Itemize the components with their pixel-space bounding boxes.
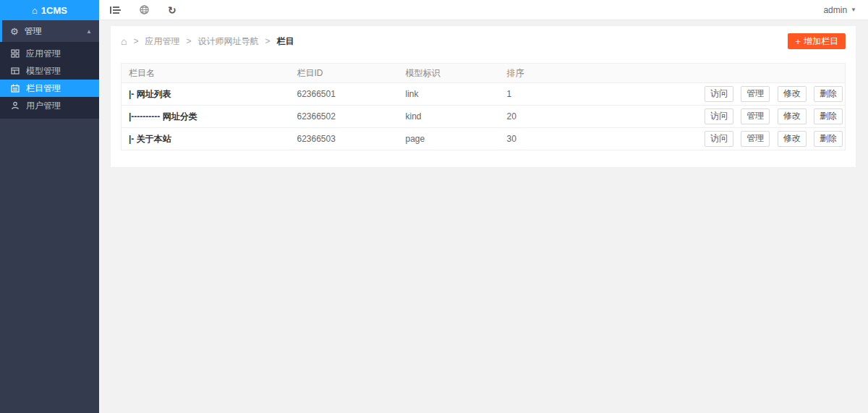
globe-icon: [140, 5, 149, 14]
cell-model-key: link: [399, 83, 500, 106]
model-template-icon: [11, 67, 20, 75]
sidebar-item-manage[interactable]: ⚙ 管理 ▲: [0, 20, 99, 42]
topbar: ↻ admin ▼: [99, 0, 868, 20]
cell-actions: 访问 管理 修改 删除: [594, 106, 846, 128]
breadcrumb-item-app-manage[interactable]: 应用管理: [145, 35, 179, 48]
cell-column-name: |- 网址列表: [122, 83, 290, 106]
content-card: ⌂ > 应用管理 > 设计师网址导航 > 栏目 + 增加栏目: [110, 25, 856, 168]
add-column-button[interactable]: + 增加栏目: [788, 33, 846, 49]
username-label: admin: [823, 5, 847, 15]
cell-actions: 访问 管理 修改 删除: [594, 128, 846, 150]
edit-button[interactable]: 修改: [778, 86, 807, 101]
sidebar-item-model-manage[interactable]: 模型管理: [0, 62, 99, 80]
site-home-button[interactable]: [140, 5, 149, 14]
sidebar-nav: ⚙ 管理 ▲ 应用管理 模型管理: [0, 20, 99, 119]
plus-icon: +: [795, 37, 801, 46]
cell-actions: 访问 管理 修改 删除: [594, 83, 846, 106]
breadcrumb: ⌂ > 应用管理 > 设计师网址导航 > 栏目: [121, 35, 294, 48]
header-actions: [594, 64, 846, 83]
breadcrumb-home-icon[interactable]: ⌂: [121, 35, 127, 47]
sidebar-item-label: 模型管理: [26, 65, 61, 77]
manage-button[interactable]: 管理: [741, 131, 770, 146]
sidebar-item-column-manage[interactable]: 栏目管理: [0, 80, 99, 97]
visit-button[interactable]: 访问: [705, 131, 733, 146]
user-dropdown[interactable]: admin ▼: [823, 5, 856, 15]
sidebar-item-label: 用户管理: [26, 100, 61, 112]
sidebar-item-label: 应用管理: [26, 48, 61, 60]
chevron-up-icon: ▲: [86, 28, 92, 35]
cell-sort: 20: [500, 106, 594, 128]
sidebar-parent-label: 管理: [25, 25, 42, 38]
cell-column-id: 62366502: [290, 106, 399, 128]
edit-button[interactable]: 修改: [778, 108, 807, 124]
sidebar: ⌂ 1CMS ⚙ 管理 ▲ 应用管理 模型管: [0, 0, 99, 413]
header-sort: 排序: [500, 64, 594, 83]
user-icon: [11, 101, 20, 110]
cell-sort: 1: [500, 83, 594, 106]
calendar-icon: [11, 84, 20, 93]
chevron-down-icon: ▼: [851, 7, 856, 13]
table-row: |- 关于本站 62366503 page 30 访问 管理 修改 删除: [122, 128, 846, 150]
table-row: |---------- 网址分类 62366502 kind 20 访问 管理 …: [122, 106, 846, 128]
sidebar-item-app-manage[interactable]: 应用管理: [0, 45, 99, 62]
manage-button[interactable]: 管理: [741, 108, 770, 124]
header-column-name: 栏目名: [122, 64, 290, 83]
edit-button[interactable]: 修改: [778, 131, 807, 146]
cell-model-key: page: [399, 128, 500, 150]
breadcrumb-item-current: 栏目: [277, 35, 294, 48]
header-column-id: 栏目ID: [290, 64, 399, 83]
add-column-label: 增加栏目: [804, 35, 838, 48]
breadcrumb-separator: >: [186, 36, 191, 46]
visit-button[interactable]: 访问: [705, 86, 733, 101]
home-icon: ⌂: [32, 5, 38, 16]
cell-column-id: 62366503: [290, 128, 399, 150]
breadcrumb-separator: >: [133, 36, 138, 46]
sidebar-submenu: 应用管理 模型管理 栏目管理: [0, 42, 99, 119]
table-row: |- 网址列表 62366501 link 1 访问 管理 修改 删除: [122, 83, 846, 106]
app-title: 1CMS: [41, 5, 67, 16]
cell-sort: 30: [500, 128, 594, 150]
card-toolbar: ⌂ > 应用管理 > 设计师网址导航 > 栏目 + 增加栏目: [121, 33, 846, 50]
header-model-key: 模型标识: [399, 64, 500, 83]
refresh-icon: ↻: [168, 5, 176, 15]
cell-column-name: |- 关于本站: [122, 128, 290, 150]
cell-model-key: kind: [399, 106, 500, 128]
menu-fold-icon: [110, 7, 121, 14]
cell-column-id: 62366501: [290, 83, 399, 106]
breadcrumb-separator: >: [265, 36, 271, 46]
app-window: ⌂ 1CMS ⚙ 管理 ▲ 应用管理 模型管: [0, 0, 868, 413]
sidebar-item-user-manage[interactable]: 用户管理: [0, 97, 99, 114]
app-grid-icon: [11, 49, 20, 58]
delete-button[interactable]: 删除: [814, 131, 843, 146]
breadcrumb-item-site-nav[interactable]: 设计师网址导航: [198, 35, 259, 48]
table-header-row: 栏目名 栏目ID 模型标识 排序: [122, 64, 846, 83]
app-logo[interactable]: ⌂ 1CMS: [0, 0, 99, 20]
refresh-button[interactable]: ↻: [168, 5, 176, 15]
content-area: ⌂ > 应用管理 > 设计师网址导航 > 栏目 + 增加栏目: [99, 20, 868, 168]
gear-icon: ⚙: [10, 26, 19, 37]
delete-button[interactable]: 删除: [814, 108, 843, 124]
sidebar-fold-button[interactable]: [110, 7, 121, 14]
cell-column-name: |---------- 网址分类: [122, 106, 290, 128]
columns-table: 栏目名 栏目ID 模型标识 排序 |- 网址列表 62366501 link: [121, 63, 846, 150]
visit-button[interactable]: 访问: [705, 108, 733, 124]
sidebar-item-label: 栏目管理: [26, 82, 61, 95]
topbar-icons: ↻: [110, 5, 176, 15]
delete-button[interactable]: 删除: [814, 86, 843, 101]
manage-button[interactable]: 管理: [741, 86, 770, 101]
main-area: ↻ admin ▼ ⌂ > 应用管理 > 设计师网址导航 >: [99, 0, 868, 413]
